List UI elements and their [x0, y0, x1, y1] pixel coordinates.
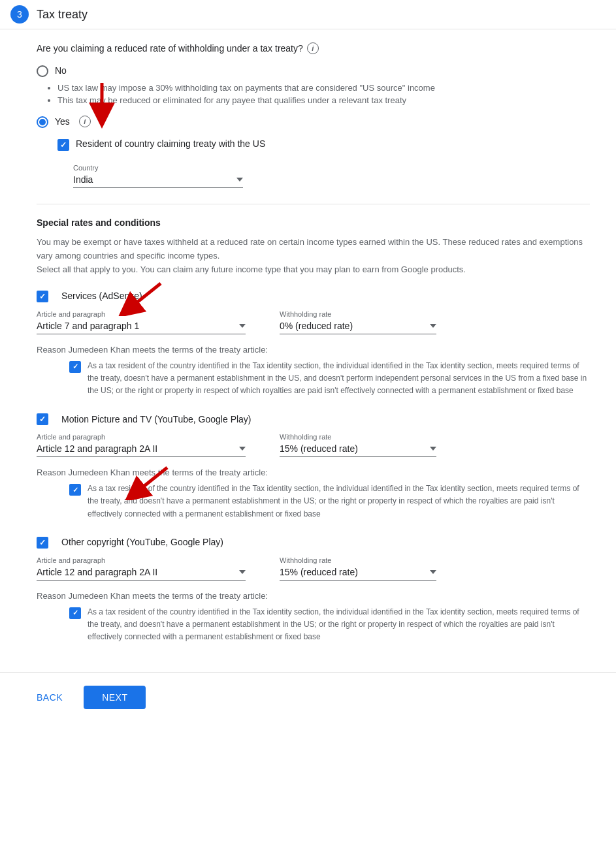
adsense-reason-text: As a tax resident of the country identif…	[88, 360, 590, 398]
motion-article-value: Article 12 and paragraph 2A II	[37, 443, 234, 454]
back-button[interactable]: BACK	[26, 687, 73, 708]
copyright-article-select[interactable]: Article 12 and paragraph 2A II	[37, 567, 246, 581]
copyright-reason-checkbox[interactable]	[69, 607, 81, 619]
section-title: Tax treaty	[37, 8, 88, 22]
special-rates-title: Special rates and conditions	[37, 217, 590, 228]
adsense-article-chevron-icon	[239, 324, 246, 328]
motion-withholding-chevron-icon	[430, 447, 436, 451]
adsense-withholding-value: 0% (reduced rate)	[280, 321, 425, 331]
copyright-reason-section: Reason Jumedeen Khan meets the terms of …	[37, 591, 590, 644]
yes-info-icon[interactable]: i	[79, 116, 91, 127]
copyright-checkbox-box	[37, 537, 48, 549]
adsense-reason-row: As a tax resident of the country identif…	[37, 360, 590, 398]
motion-withholding-label: Withholding rate	[280, 433, 462, 441]
adsense-reason-section: Reason Jumedeen Khan meets the terms of …	[37, 345, 590, 398]
adsense-article-field: Article and paragraph Article 7 and para…	[37, 310, 259, 334]
radio-no-circle	[37, 65, 48, 77]
motion-checkbox-box	[37, 413, 48, 425]
radio-yes-circle	[37, 116, 48, 128]
income-checkbox-adsense[interactable]: Services (AdSense)	[37, 290, 590, 302]
copyright-withholding-field: Withholding rate 15% (reduced rate)	[280, 556, 462, 581]
income-section-copyright: Other copyright (YouTube, Google Play) A…	[37, 536, 590, 644]
copyright-withholding-select[interactable]: 15% (reduced rate)	[280, 567, 436, 581]
copyright-article-field: Article and paragraph Article 12 and par…	[37, 556, 259, 581]
copyright-article-chevron-icon	[239, 570, 246, 574]
next-button[interactable]: NEXT	[84, 686, 146, 709]
section-header: 3 Tax treaty	[0, 0, 616, 29]
copyright-article-value: Article 12 and paragraph 2A II	[37, 567, 234, 577]
footer-buttons: BACK NEXT	[0, 672, 616, 722]
motion-reason-section: Reason Jumedeen Khan meets the terms of …	[37, 468, 590, 520]
adsense-reason-checkbox[interactable]	[69, 361, 81, 373]
copyright-reason-row: As a tax resident of the country identif…	[37, 606, 590, 644]
resident-checkbox-label: Resident of country claiming treaty with…	[76, 138, 265, 149]
question-row: Are you claiming a reduced rate of withh…	[37, 42, 590, 54]
motion-withholding-select[interactable]: 15% (reduced rate)	[280, 443, 436, 457]
page-container: 3 Tax treaty Are you claiming a reduced …	[0, 0, 616, 748]
resident-checkbox-box	[57, 139, 69, 151]
motion-article-label: Article and paragraph	[37, 433, 259, 441]
income-section-motion: Motion Picture and TV (YouTube, Google P…	[37, 413, 590, 520]
copyright-withholding-value: 15% (reduced rate)	[280, 567, 425, 577]
adsense-withholding-field: Withholding rate 0% (reduced rate)	[280, 310, 462, 334]
copyright-article-row: Article and paragraph Article 12 and par…	[37, 556, 590, 581]
step-badge: 3	[10, 5, 29, 24]
country-label: Country	[73, 164, 590, 172]
adsense-reason-label: Reason Jumedeen Khan meets the terms of …	[37, 345, 590, 355]
income-checkbox-motion[interactable]: Motion Picture and TV (YouTube, Google P…	[37, 413, 590, 425]
question-info-icon[interactable]: i	[307, 42, 319, 54]
motion-article-select[interactable]: Article 12 and paragraph 2A II	[37, 443, 246, 457]
adsense-article-select[interactable]: Article 7 and paragraph 1	[37, 321, 246, 334]
country-chevron-icon	[236, 178, 243, 182]
motion-reason-text: As a tax resident of the country identif…	[88, 483, 590, 520]
copyright-withholding-label: Withholding rate	[280, 556, 462, 564]
adsense-checkbox-box	[37, 291, 48, 302]
motion-article-field: Article and paragraph Article 12 and par…	[37, 433, 259, 457]
adsense-withholding-label: Withholding rate	[280, 310, 462, 318]
resident-checkbox[interactable]: Resident of country claiming treaty with…	[57, 138, 590, 151]
motion-withholding-field: Withholding rate 15% (reduced rate)	[280, 433, 462, 457]
radio-group: No US tax law may impose a 30% withholdi…	[37, 65, 590, 105]
bullet-item-1: US tax law may impose a 30% withholding …	[57, 83, 590, 93]
copyright-withholding-chevron-icon	[430, 570, 436, 574]
income-checkbox-copyright[interactable]: Other copyright (YouTube, Google Play)	[37, 536, 590, 549]
main-content: Are you claiming a reduced rate of withh…	[0, 29, 616, 672]
country-value: India	[73, 174, 231, 185]
adsense-label: Services (AdSense)	[61, 291, 142, 301]
copyright-article-label: Article and paragraph	[37, 556, 259, 564]
motion-article-row: Article and paragraph Article 12 and par…	[37, 433, 590, 457]
divider	[37, 204, 590, 204]
adsense-article-label: Article and paragraph	[37, 310, 259, 318]
radio-yes-label: Yes	[55, 116, 70, 129]
no-bullet-list: US tax law may impose a 30% withholding …	[57, 83, 590, 105]
adsense-article-row: Article and paragraph Article 7 and para…	[37, 310, 590, 334]
adsense-withholding-chevron-icon	[430, 324, 436, 328]
copyright-label: Other copyright (YouTube, Google Play)	[61, 537, 223, 547]
motion-article-chevron-icon	[239, 447, 246, 451]
adsense-withholding-select[interactable]: 0% (reduced rate)	[280, 321, 436, 334]
motion-label: Motion Picture and TV (YouTube, Google P…	[61, 414, 251, 424]
radio-no-option[interactable]: No	[37, 65, 590, 78]
copyright-reason-label: Reason Jumedeen Khan meets the terms of …	[37, 591, 590, 601]
motion-withholding-value: 15% (reduced rate)	[280, 443, 425, 454]
adsense-article-value: Article 7 and paragraph 1	[37, 321, 234, 331]
copyright-reason-text: As a tax resident of the country identif…	[88, 606, 590, 644]
radio-yes-option[interactable]: Yes i	[37, 116, 590, 129]
motion-reason-label: Reason Jumedeen Khan meets the terms of …	[37, 468, 590, 477]
country-select[interactable]: India	[73, 174, 243, 188]
question-text: Are you claiming a reduced rate of withh…	[37, 43, 303, 54]
motion-reason-checkbox[interactable]	[69, 484, 81, 496]
income-section-adsense: Services (AdSense) Article and paragraph…	[37, 290, 590, 398]
radio-no-label: No	[55, 65, 67, 78]
bullet-item-2: This tax may be reduced or eliminated fo…	[57, 95, 590, 105]
motion-reason-row: As a tax resident of the country identif…	[37, 483, 590, 520]
special-rates-description: You may be exempt or have taxes withheld…	[37, 236, 590, 276]
country-field: Country India	[73, 164, 590, 188]
